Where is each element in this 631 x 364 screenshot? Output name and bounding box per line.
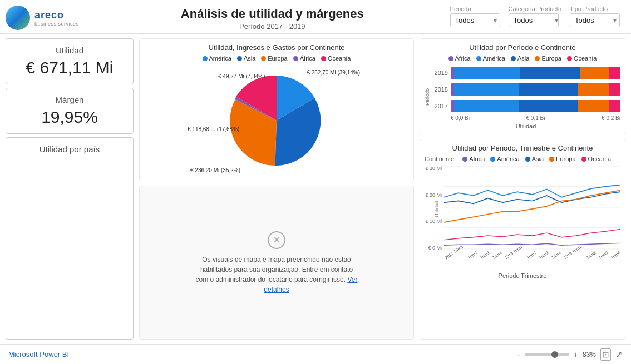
- line-asia: [444, 192, 620, 203]
- line-legend: Continente África América Asia: [425, 156, 620, 162]
- pie-label-asia: € 236,20 Mi (35,2%): [190, 167, 240, 173]
- bar-row-2017: 2017: [431, 100, 620, 112]
- logo-icon: [6, 6, 30, 30]
- filter-periodo-wrapper[interactable]: Todos: [450, 13, 500, 27]
- bar-title: Utilidad por Periodo e Continente: [425, 43, 620, 52]
- country-kpi-box: Utilidad por país: [6, 137, 134, 340]
- margen-value: 19,95%: [12, 108, 127, 127]
- filter-categoria: Categoría Producto Todos: [509, 6, 561, 27]
- page-title: Análisis de utilidad y márgenes: [95, 7, 450, 21]
- margen-kpi-box: Márgen 19,95%: [6, 88, 134, 134]
- bar-chart-body: 2019 2018: [431, 64, 620, 129]
- line-oceania: [444, 229, 620, 240]
- right-panel: Utilidad por Periodo e Continente África…: [420, 38, 625, 340]
- filter-periodo: Periodo Todos: [450, 6, 500, 27]
- utilidad-value: € 671,11 Mi: [12, 58, 127, 77]
- filter-tipo-wrapper[interactable]: Todos: [570, 13, 620, 27]
- zoom-slider-thumb[interactable]: [551, 351, 558, 358]
- filter-tipo-select[interactable]: Todos: [570, 13, 620, 27]
- legend-label-oceania: Oceanía: [328, 55, 351, 62]
- bar-x-title: Utilidad: [431, 123, 620, 129]
- line-chart-section: Utilidad por Periodo, Trimestre e Contin…: [420, 139, 625, 340]
- utilidad-label: Utilidad: [12, 46, 127, 55]
- bar-x-axis: € 0,0 Bi € 0,1 Bi € 0,2 Bi: [431, 115, 620, 121]
- filter-periodo-label: Periodo: [450, 6, 500, 12]
- legend-item-asia: Asia: [237, 55, 255, 62]
- legend-dot-europa: [261, 56, 266, 61]
- filter-categoria-label: Categoría Producto: [509, 6, 561, 12]
- logo-tagline: business services: [34, 21, 79, 27]
- zoom-value: 83%: [583, 351, 596, 358]
- legend-item-europa: Europa: [261, 55, 287, 62]
- main-container: areco business services Análisis de util…: [0, 0, 631, 364]
- bar-legend-asia: Asia: [511, 55, 529, 62]
- legend-label-europa: Europa: [268, 55, 287, 62]
- bar-row-2019: 2019: [431, 67, 620, 79]
- pie-chart: € 262,70 Mi (39,14%) € 236,20 Mi (35,2%)…: [144, 65, 409, 176]
- legend-label-america: América: [209, 55, 231, 62]
- line-svg-wrapper: Utilidad: [444, 164, 620, 253]
- footer-controls: - + 83% ⊡ ⤢: [517, 348, 623, 361]
- legend-item-america: América: [203, 55, 231, 62]
- legend-dot-africa: [293, 56, 298, 61]
- fit-page-icon[interactable]: ⊡: [600, 348, 611, 361]
- legend-label-africa: África: [300, 55, 316, 62]
- filter-categoria-wrapper[interactable]: Todos: [509, 13, 561, 27]
- zoom-slider[interactable]: [525, 353, 569, 356]
- line-y-axis-title: Utilidad: [434, 200, 440, 217]
- line-x-title: Periodo Trimestre: [425, 272, 620, 279]
- fullscreen-icon[interactable]: ⤢: [615, 350, 623, 360]
- legend-item-africa: África: [293, 55, 316, 62]
- filters-area: Periodo Todos Categoría Producto Todos T…: [450, 6, 620, 27]
- filter-tipo-label: Tipo Producto: [570, 6, 620, 12]
- legend-dot-america: [203, 56, 208, 61]
- bar-legend-oceania: Oceanía: [567, 55, 597, 62]
- zoom-minus[interactable]: -: [517, 350, 520, 359]
- map-warning-icon: ✕: [268, 231, 285, 249]
- line-x-labels: 2017 Trim1 Trim2 Trim3 Trim4 2018 Trim1 …: [425, 256, 620, 261]
- filter-periodo-select[interactable]: Todos: [450, 13, 500, 27]
- period-label: Período 2017 - 2019: [95, 22, 450, 31]
- left-panel: Utilidad € 671,11 Mi Márgen 19,95% Utili…: [6, 38, 134, 340]
- bar-chart-section: Utilidad por Periodo e Continente África…: [420, 38, 625, 134]
- continente-label: Continente: [425, 156, 454, 162]
- pie-svg: [226, 71, 327, 171]
- zoom-plus[interactable]: +: [574, 350, 578, 359]
- bar-legend: África América Asia Europa: [425, 55, 620, 62]
- legend-dot-asia: [237, 56, 242, 61]
- bar-legend-africa: África: [448, 55, 471, 62]
- bar-y-axis-label: Periodo: [425, 64, 429, 129]
- pie-section: Utilidad, Ingresos e Gastos por Continen…: [139, 38, 414, 181]
- utilidad-kpi-box: Utilidad € 671,11 Mi: [6, 38, 134, 84]
- pie-legend: América Asia Europa África: [144, 55, 409, 62]
- line-chart-container: € 30 Mi € 20 Mi € 10 Mi € 0 Mi Utilidad: [425, 164, 620, 253]
- filter-tipo: Tipo Producto Todos: [570, 6, 620, 27]
- bar-rows: 2019 2018: [431, 67, 620, 112]
- content-area: Utilidad € 671,11 Mi Márgen 19,95% Utili…: [0, 34, 631, 344]
- pie-label-america: € 262,70 Mi (39,14%): [307, 69, 360, 76]
- pie-label-oceania: € 49,27 Mi (7,34%): [218, 73, 265, 79]
- bar-row-2018: 2018: [431, 83, 620, 96]
- filter-categoria-select[interactable]: Todos: [509, 13, 559, 27]
- bar-chart-area: Periodo 2019: [425, 64, 620, 129]
- map-warning-text: Os visuais de mapa e mapa preenchido não…: [193, 255, 360, 295]
- header: areco business services Análisis de util…: [0, 0, 631, 34]
- powerbi-link[interactable]: Microsoft Power BI: [8, 350, 69, 358]
- legend-item-oceania: Oceanía: [321, 55, 351, 62]
- legend-dot-oceania: [321, 56, 326, 61]
- logo-text: areco business services: [34, 9, 79, 27]
- logo-area: areco business services: [6, 6, 95, 30]
- line-title: Utilidad por Periodo, Trimestre e Contin…: [425, 144, 620, 152]
- pie-label-europa: € 118,68 ... (17,68%): [188, 126, 239, 132]
- warning-x-icon: ✕: [273, 235, 280, 245]
- line-svg: [444, 164, 620, 251]
- margen-label: Márgen: [12, 95, 127, 104]
- bar-legend-america: América: [476, 55, 505, 62]
- bar-legend-europa: Europa: [535, 55, 561, 62]
- middle-panel: Utilidad, Ingresos e Gastos por Continen…: [139, 38, 414, 340]
- map-section: ✕ Os visuais de mapa e mapa preenchido n…: [139, 186, 414, 340]
- country-label: Utilidad por país: [12, 144, 127, 154]
- logo-brand: areco: [34, 9, 79, 21]
- title-area: Análisis de utilidad y márgenes Período …: [95, 6, 450, 31]
- map-warning-message: Os visuais de mapa e mapa preenchido não…: [196, 256, 353, 283]
